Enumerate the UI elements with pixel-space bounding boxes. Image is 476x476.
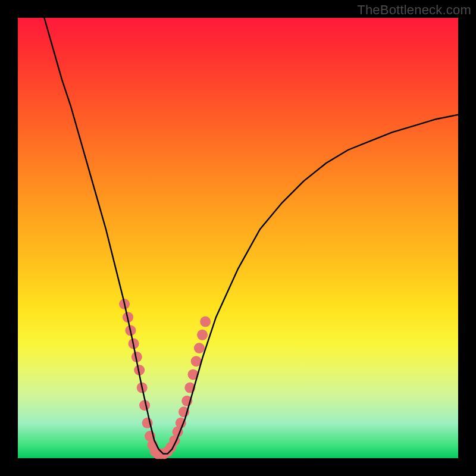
marker-dot [200,317,211,327]
marker-dot [194,343,205,353]
bottleneck-curve [44,18,458,454]
chart-svg [18,18,458,458]
watermark-text: TheBottleneck.com [357,2,471,18]
plot-area [18,18,458,458]
marker-dot [197,330,208,340]
chart-frame: TheBottleneck.com [0,0,476,476]
